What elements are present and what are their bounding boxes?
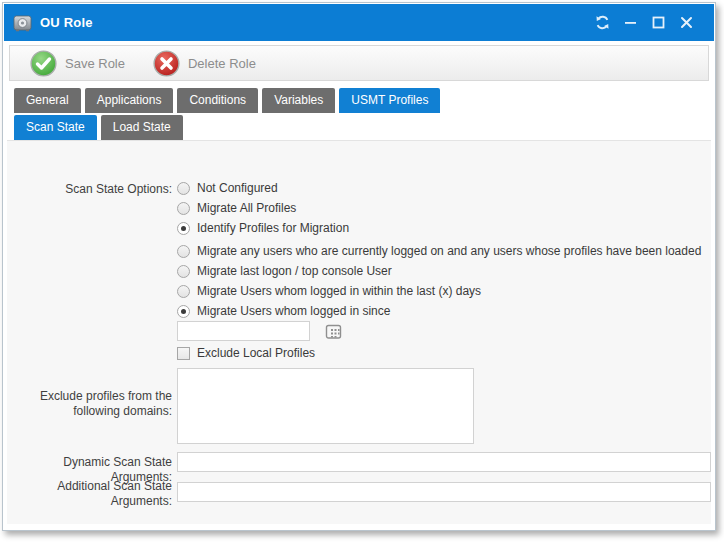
sub-tabs: Scan State Load State	[14, 115, 183, 140]
radio-migrate-all-profiles[interactable]: Migrate All Profiles	[177, 200, 296, 216]
minimize-button[interactable]	[616, 10, 644, 36]
dynamic-args-input[interactable]	[177, 452, 711, 472]
exclude-local-profiles-checkbox[interactable]: Exclude Local Profiles	[177, 345, 315, 361]
tab-scan-state[interactable]: Scan State	[14, 115, 97, 140]
radio-not-configured[interactable]: Not Configured	[177, 180, 278, 196]
window-controls	[588, 10, 700, 36]
tab-general[interactable]: General	[14, 88, 81, 113]
main-tabs: General Applications Conditions Variable…	[14, 88, 440, 113]
radio-migrate-last-logon[interactable]: Migrate last logon / top console User	[177, 263, 392, 279]
radio-icon	[177, 222, 190, 235]
radio-migrate-last-x-days[interactable]: Migrate Users whom logged in within the …	[177, 283, 481, 299]
additional-args-label: Additional Scan State Arguments:	[7, 479, 172, 509]
logged-in-since-date-input[interactable]	[177, 321, 310, 341]
window-title: OU Role	[40, 15, 93, 30]
refresh-button[interactable]	[588, 10, 616, 36]
tab-usmt-profiles[interactable]: USMT Profiles	[339, 88, 440, 113]
radio-icon	[177, 285, 190, 298]
radio-migrate-currently-logged-on[interactable]: Migrate any users who are currently logg…	[177, 243, 701, 259]
additional-args-input[interactable]	[177, 482, 711, 502]
radio-icon	[177, 265, 190, 278]
ou-role-dialog: OU Role	[2, 2, 716, 531]
tab-load-state[interactable]: Load State	[101, 115, 183, 140]
radio-icon	[177, 305, 190, 318]
save-role-button[interactable]: Save Role	[20, 48, 135, 78]
minimize-icon	[624, 16, 637, 29]
scan-state-panel: Scan State Options: Not Configured Migra…	[7, 140, 711, 524]
scan-state-options-label: Scan State Options:	[7, 182, 172, 197]
window-icon	[13, 14, 32, 32]
exclude-domains-textarea[interactable]	[177, 368, 474, 444]
refresh-icon	[595, 15, 610, 30]
checkbox-icon	[177, 347, 190, 360]
tab-variables[interactable]: Variables	[262, 88, 335, 113]
radio-icon	[177, 245, 190, 258]
close-icon	[680, 16, 693, 29]
tab-applications[interactable]: Applications	[85, 88, 174, 113]
delete-role-button[interactable]: Delete Role	[143, 48, 266, 78]
calendar-icon	[325, 323, 342, 340]
save-role-label: Save Role	[65, 56, 125, 71]
date-picker-button[interactable]	[325, 323, 342, 340]
maximize-icon	[652, 16, 665, 29]
close-button[interactable]	[672, 10, 700, 36]
radio-identify-profiles-for-migration[interactable]: Identify Profiles for Migration	[177, 220, 349, 236]
delete-icon	[153, 50, 180, 77]
save-icon	[30, 50, 57, 77]
delete-role-label: Delete Role	[188, 56, 256, 71]
exclude-domains-label: Exclude profiles from the following doma…	[7, 389, 172, 419]
toolbar: Save Role Delete Role	[9, 45, 709, 81]
titlebar: OU Role	[4, 4, 714, 41]
radio-migrate-logged-in-since[interactable]: Migrate Users whom logged in since	[177, 303, 390, 319]
radio-icon	[177, 182, 190, 195]
radio-icon	[177, 202, 190, 215]
maximize-button[interactable]	[644, 10, 672, 36]
tab-conditions[interactable]: Conditions	[177, 88, 258, 113]
